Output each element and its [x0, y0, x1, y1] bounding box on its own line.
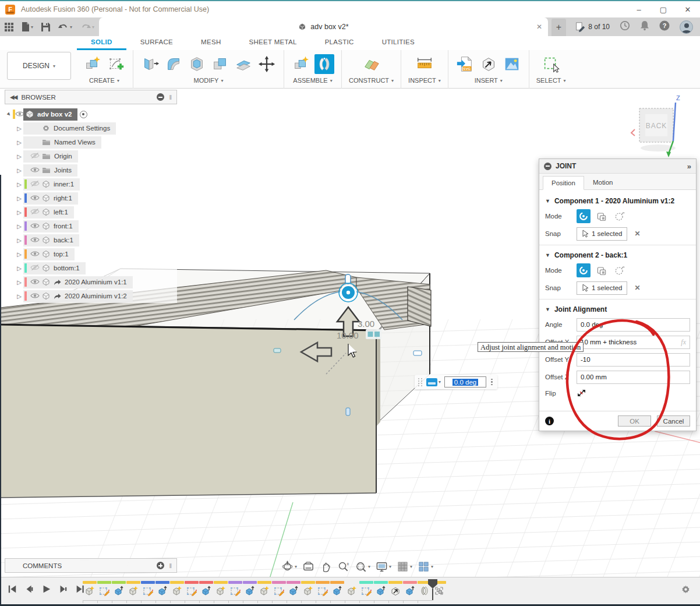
component-feature-icon[interactable]	[259, 585, 270, 597]
clear-selection-icon[interactable]: ✕	[634, 230, 640, 238]
shell-icon[interactable]	[187, 54, 207, 74]
tab-plastic[interactable]: PLASTIC	[311, 36, 368, 50]
timeline-feature-sketch[interactable]	[228, 581, 242, 597]
joint-manipulator[interactable]: 3.00 10.00	[274, 274, 422, 415]
timeline-settings-gear-icon[interactable]	[681, 584, 691, 597]
visibility-eye-icon[interactable]	[30, 152, 38, 160]
component-feature-icon[interactable]	[171, 585, 183, 597]
select-icon[interactable]	[541, 54, 561, 74]
tab-utilities[interactable]: UTILITIES	[368, 36, 429, 50]
tab-mesh[interactable]: MESH	[187, 36, 235, 50]
extrude-feature-icon[interactable]	[288, 585, 299, 597]
widget-more-menu[interactable]	[490, 379, 494, 386]
joint-icon[interactable]	[314, 54, 334, 74]
document-tab[interactable]: adv box v2* ✕	[99, 17, 548, 36]
expand-icon[interactable]: ▷	[15, 167, 23, 174]
move-icon[interactable]	[257, 54, 277, 74]
measure-icon[interactable]	[415, 54, 434, 74]
ribbon-group-label[interactable]: CONSTRUCT▾	[349, 77, 394, 84]
timeline-feature-extrude[interactable]	[112, 581, 126, 597]
browser-item-bottom-1[interactable]: ▷bottom:1	[5, 261, 177, 275]
visibility-eye-icon[interactable]	[30, 195, 38, 202]
joint-origin-handle[interactable]	[341, 286, 356, 300]
joint-type-dropdown[interactable]: ▾	[426, 378, 441, 386]
tab-motion[interactable]: Motion	[584, 175, 622, 189]
mode-motion-link-icon[interactable]	[613, 209, 627, 223]
timeline-feature-extrude[interactable]	[243, 581, 257, 597]
rotate-handle[interactable]	[345, 274, 351, 284]
browser-item-joints[interactable]: ▷Joints	[5, 163, 177, 177]
ribbon-group-label[interactable]: SELECT▾	[536, 77, 566, 84]
extrude-feature-icon[interactable]	[157, 585, 168, 597]
timeline-feature-component[interactable]	[345, 581, 359, 597]
ribbon-group-label[interactable]: CREATE▾	[89, 77, 119, 84]
sketch-feature-icon[interactable]	[98, 585, 110, 597]
undo-icon[interactable]: ▾	[58, 23, 72, 31]
zoom-icon[interactable]: ±	[335, 559, 351, 574]
extrude-feature-icon[interactable]	[244, 585, 256, 597]
display-settings-icon[interactable]: ▾	[374, 559, 393, 574]
offset-left-arrow[interactable]	[301, 343, 331, 361]
extrude-feature-icon[interactable]	[375, 585, 387, 597]
extrude-feature-icon[interactable]	[113, 585, 125, 597]
browser-item-top-1[interactable]: ▷top:1	[5, 247, 177, 261]
visibility-eye-icon[interactable]	[30, 279, 38, 286]
timeline-feature-extrude[interactable]	[155, 581, 169, 597]
angle-value-input[interactable]: 0.0 deg	[444, 376, 486, 387]
expand-icon[interactable]: ▷	[15, 237, 23, 244]
visibility-eye-icon[interactable]	[30, 264, 38, 272]
viewcube-face-label[interactable]: BACK	[646, 122, 667, 130]
timeline-feature-derive[interactable]	[388, 581, 402, 597]
grid-settings-icon[interactable]: ▾	[395, 559, 414, 574]
mode-between-two-faces-icon[interactable]	[595, 263, 609, 277]
sketch-feature-icon[interactable]	[360, 585, 372, 597]
timeline-feature-extrude[interactable]	[199, 581, 213, 597]
angle-input[interactable]: 0.0 deg	[577, 318, 690, 332]
fillet-icon[interactable]	[164, 54, 183, 74]
timeline-feature-sketch[interactable]	[359, 581, 373, 597]
look-at-icon[interactable]	[300, 559, 316, 574]
visibility-eye-icon[interactable]	[30, 180, 38, 188]
timeline-feature-component[interactable]	[214, 581, 228, 597]
insert-svg-icon[interactable]: SVG	[455, 54, 475, 74]
timeline-playhead[interactable]	[428, 579, 437, 600]
expand-icon[interactable]: ▷	[15, 251, 23, 258]
panel-minimize-icon[interactable]	[157, 93, 164, 101]
expand-icon[interactable]: ▷	[15, 139, 23, 146]
visibility-eye-icon[interactable]	[30, 223, 38, 230]
browser-item-front-1[interactable]: ▷front:1	[5, 219, 177, 233]
browser-item-back-1[interactable]: ▷back:1	[5, 233, 177, 247]
joint-alignment-section[interactable]: ▼Joint Alignment	[539, 302, 696, 316]
play-icon[interactable]	[41, 584, 51, 596]
cancel-button[interactable]: Cancel	[657, 415, 690, 427]
clear-selection-icon[interactable]: ✕	[634, 284, 640, 292]
mode-motion-link-icon[interactable]	[613, 263, 627, 277]
workspace-switcher[interactable]: DESIGN▾	[7, 52, 71, 80]
minimize-button[interactable]: –	[627, 2, 651, 17]
visibility-eye-icon[interactable]	[30, 208, 38, 216]
component-feature-icon[interactable]	[215, 585, 227, 597]
dialog-dock-icon[interactable]: »	[687, 162, 691, 171]
expand-icon[interactable]: ▷	[15, 153, 23, 160]
offset-z-input[interactable]: 0.00 mm	[577, 371, 690, 384]
derive-icon[interactable]	[479, 54, 499, 74]
browser-item-2020-aluminium-v1-1[interactable]: ▷2020 Aluminium v1:1	[5, 275, 177, 289]
back-panel[interactable]	[0, 325, 380, 498]
browser-item-document-settings[interactable]: ▷Document Settings	[5, 121, 177, 135]
mode-simple-icon[interactable]	[577, 263, 591, 277]
tab-position[interactable]: Position	[543, 176, 584, 190]
sketch-feature-icon[interactable]	[186, 585, 197, 597]
timeline-feature-component[interactable]	[126, 581, 140, 597]
extrude-feature-icon[interactable]	[331, 585, 343, 597]
notifications-bell-icon[interactable]	[640, 20, 649, 33]
create-sketch-icon[interactable]	[106, 54, 126, 74]
expand-icon[interactable]: ▷	[15, 265, 23, 272]
user-avatar[interactable]	[680, 20, 693, 34]
ok-button[interactable]: OK	[618, 415, 651, 427]
sketch-feature-icon[interactable]	[142, 585, 154, 597]
visibility-eye-icon[interactable]	[30, 251, 38, 258]
selection-handle[interactable]	[346, 408, 350, 415]
offset-x-input[interactable]: 10 mm + thicknessfx	[577, 336, 690, 349]
timeline-feature-sketch[interactable]	[141, 581, 155, 597]
panel-grip[interactable]: ‖	[169, 94, 172, 101]
